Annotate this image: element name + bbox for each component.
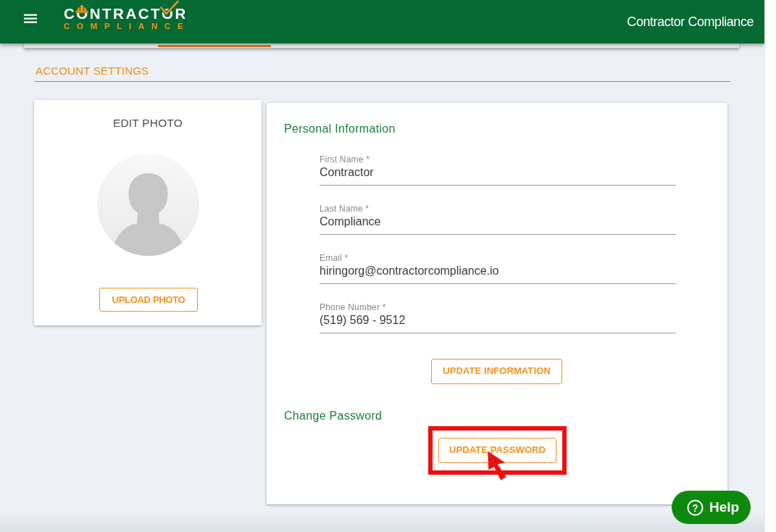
svg-text:?: ?	[692, 503, 698, 514]
